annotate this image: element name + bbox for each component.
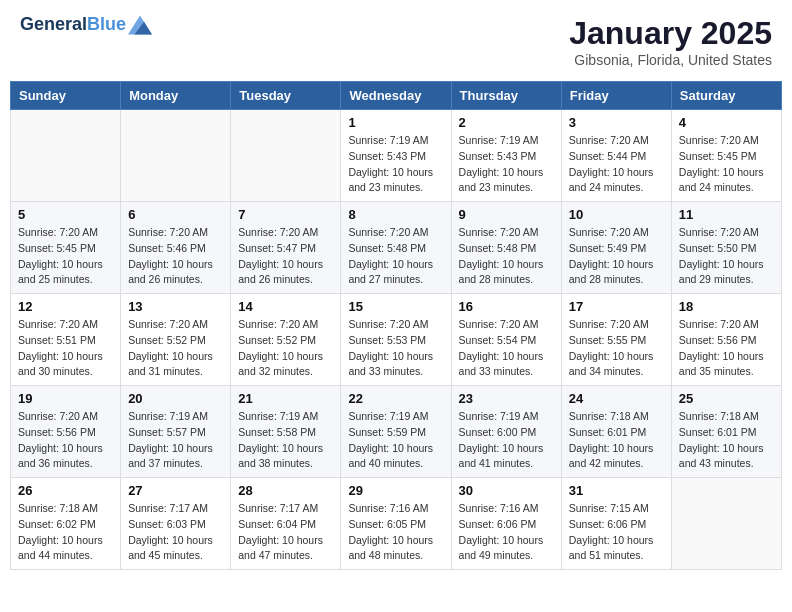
day-number: 29 — [348, 483, 443, 498]
calendar-table: SundayMondayTuesdayWednesdayThursdayFrid… — [10, 81, 782, 570]
day-number: 7 — [238, 207, 333, 222]
calendar-cell-w3-d3: 14Sunrise: 7:20 AMSunset: 5:52 PMDayligh… — [231, 294, 341, 386]
day-number: 20 — [128, 391, 223, 406]
calendar-cell-w5-d2: 27Sunrise: 7:17 AMSunset: 6:03 PMDayligh… — [121, 478, 231, 570]
day-number: 18 — [679, 299, 774, 314]
logo-text: GeneralBlue — [20, 15, 126, 35]
week-row-3: 12Sunrise: 7:20 AMSunset: 5:51 PMDayligh… — [11, 294, 782, 386]
calendar-cell-w1-d5: 2Sunrise: 7:19 AMSunset: 5:43 PMDaylight… — [451, 110, 561, 202]
day-number: 3 — [569, 115, 664, 130]
calendar-cell-w4-d7: 25Sunrise: 7:18 AMSunset: 6:01 PMDayligh… — [671, 386, 781, 478]
day-info: Sunrise: 7:19 AMSunset: 6:00 PMDaylight:… — [459, 409, 554, 472]
calendar-cell-w2-d6: 10Sunrise: 7:20 AMSunset: 5:49 PMDayligh… — [561, 202, 671, 294]
day-number: 5 — [18, 207, 113, 222]
calendar-cell-w1-d7: 4Sunrise: 7:20 AMSunset: 5:45 PMDaylight… — [671, 110, 781, 202]
day-number: 23 — [459, 391, 554, 406]
day-number: 21 — [238, 391, 333, 406]
day-info: Sunrise: 7:18 AMSunset: 6:01 PMDaylight:… — [679, 409, 774, 472]
day-number: 22 — [348, 391, 443, 406]
day-number: 12 — [18, 299, 113, 314]
day-number: 8 — [348, 207, 443, 222]
day-number: 17 — [569, 299, 664, 314]
day-info: Sunrise: 7:15 AMSunset: 6:06 PMDaylight:… — [569, 501, 664, 564]
day-info: Sunrise: 7:20 AMSunset: 5:56 PMDaylight:… — [679, 317, 774, 380]
day-info: Sunrise: 7:20 AMSunset: 5:52 PMDaylight:… — [128, 317, 223, 380]
calendar-cell-w3-d2: 13Sunrise: 7:20 AMSunset: 5:52 PMDayligh… — [121, 294, 231, 386]
day-number: 11 — [679, 207, 774, 222]
day-info: Sunrise: 7:17 AMSunset: 6:03 PMDaylight:… — [128, 501, 223, 564]
calendar-cell-w4-d1: 19Sunrise: 7:20 AMSunset: 5:56 PMDayligh… — [11, 386, 121, 478]
day-info: Sunrise: 7:20 AMSunset: 5:52 PMDaylight:… — [238, 317, 333, 380]
calendar-body: 1Sunrise: 7:19 AMSunset: 5:43 PMDaylight… — [11, 110, 782, 570]
calendar-cell-w3-d6: 17Sunrise: 7:20 AMSunset: 5:55 PMDayligh… — [561, 294, 671, 386]
day-info: Sunrise: 7:17 AMSunset: 6:04 PMDaylight:… — [238, 501, 333, 564]
week-row-2: 5Sunrise: 7:20 AMSunset: 5:45 PMDaylight… — [11, 202, 782, 294]
logo-icon — [128, 15, 152, 35]
calendar-cell-w2-d2: 6Sunrise: 7:20 AMSunset: 5:46 PMDaylight… — [121, 202, 231, 294]
calendar-cell-w2-d1: 5Sunrise: 7:20 AMSunset: 5:45 PMDaylight… — [11, 202, 121, 294]
calendar-cell-w2-d7: 11Sunrise: 7:20 AMSunset: 5:50 PMDayligh… — [671, 202, 781, 294]
calendar-cell-w5-d5: 30Sunrise: 7:16 AMSunset: 6:06 PMDayligh… — [451, 478, 561, 570]
logo: GeneralBlue — [20, 15, 152, 35]
day-number: 13 — [128, 299, 223, 314]
day-info: Sunrise: 7:16 AMSunset: 6:06 PMDaylight:… — [459, 501, 554, 564]
weekday-header-friday: Friday — [561, 82, 671, 110]
weekday-header-monday: Monday — [121, 82, 231, 110]
day-number: 4 — [679, 115, 774, 130]
day-number: 6 — [128, 207, 223, 222]
page-header: GeneralBlue January 2025 Gibsonia, Flori… — [10, 10, 782, 73]
calendar-cell-w1-d6: 3Sunrise: 7:20 AMSunset: 5:44 PMDaylight… — [561, 110, 671, 202]
calendar-cell-w3-d7: 18Sunrise: 7:20 AMSunset: 5:56 PMDayligh… — [671, 294, 781, 386]
day-number: 27 — [128, 483, 223, 498]
day-number: 31 — [569, 483, 664, 498]
day-number: 14 — [238, 299, 333, 314]
calendar-cell-w1-d4: 1Sunrise: 7:19 AMSunset: 5:43 PMDaylight… — [341, 110, 451, 202]
day-info: Sunrise: 7:20 AMSunset: 5:44 PMDaylight:… — [569, 133, 664, 196]
day-number: 26 — [18, 483, 113, 498]
calendar-cell-w3-d1: 12Sunrise: 7:20 AMSunset: 5:51 PMDayligh… — [11, 294, 121, 386]
day-info: Sunrise: 7:20 AMSunset: 5:46 PMDaylight:… — [128, 225, 223, 288]
day-info: Sunrise: 7:20 AMSunset: 5:48 PMDaylight:… — [459, 225, 554, 288]
calendar-cell-w1-d1 — [11, 110, 121, 202]
calendar-cell-w4-d6: 24Sunrise: 7:18 AMSunset: 6:01 PMDayligh… — [561, 386, 671, 478]
weekday-header-tuesday: Tuesday — [231, 82, 341, 110]
location-subtitle: Gibsonia, Florida, United States — [569, 52, 772, 68]
day-info: Sunrise: 7:19 AMSunset: 5:58 PMDaylight:… — [238, 409, 333, 472]
day-info: Sunrise: 7:18 AMSunset: 6:02 PMDaylight:… — [18, 501, 113, 564]
day-number: 2 — [459, 115, 554, 130]
day-info: Sunrise: 7:20 AMSunset: 5:56 PMDaylight:… — [18, 409, 113, 472]
weekday-header-saturday: Saturday — [671, 82, 781, 110]
day-number: 28 — [238, 483, 333, 498]
calendar-cell-w2-d5: 9Sunrise: 7:20 AMSunset: 5:48 PMDaylight… — [451, 202, 561, 294]
day-info: Sunrise: 7:20 AMSunset: 5:45 PMDaylight:… — [679, 133, 774, 196]
day-number: 30 — [459, 483, 554, 498]
day-info: Sunrise: 7:20 AMSunset: 5:51 PMDaylight:… — [18, 317, 113, 380]
day-info: Sunrise: 7:20 AMSunset: 5:47 PMDaylight:… — [238, 225, 333, 288]
weekday-header-row: SundayMondayTuesdayWednesdayThursdayFrid… — [11, 82, 782, 110]
day-number: 1 — [348, 115, 443, 130]
day-info: Sunrise: 7:20 AMSunset: 5:53 PMDaylight:… — [348, 317, 443, 380]
calendar-cell-w5-d4: 29Sunrise: 7:16 AMSunset: 6:05 PMDayligh… — [341, 478, 451, 570]
day-info: Sunrise: 7:19 AMSunset: 5:43 PMDaylight:… — [459, 133, 554, 196]
calendar-cell-w4-d5: 23Sunrise: 7:19 AMSunset: 6:00 PMDayligh… — [451, 386, 561, 478]
day-number: 16 — [459, 299, 554, 314]
day-info: Sunrise: 7:20 AMSunset: 5:54 PMDaylight:… — [459, 317, 554, 380]
day-number: 24 — [569, 391, 664, 406]
day-number: 25 — [679, 391, 774, 406]
day-info: Sunrise: 7:19 AMSunset: 5:43 PMDaylight:… — [348, 133, 443, 196]
calendar-cell-w2-d3: 7Sunrise: 7:20 AMSunset: 5:47 PMDaylight… — [231, 202, 341, 294]
day-info: Sunrise: 7:20 AMSunset: 5:49 PMDaylight:… — [569, 225, 664, 288]
title-section: January 2025 Gibsonia, Florida, United S… — [569, 15, 772, 68]
day-info: Sunrise: 7:20 AMSunset: 5:48 PMDaylight:… — [348, 225, 443, 288]
week-row-1: 1Sunrise: 7:19 AMSunset: 5:43 PMDaylight… — [11, 110, 782, 202]
calendar-header: SundayMondayTuesdayWednesdayThursdayFrid… — [11, 82, 782, 110]
day-info: Sunrise: 7:20 AMSunset: 5:45 PMDaylight:… — [18, 225, 113, 288]
calendar-cell-w1-d2 — [121, 110, 231, 202]
day-info: Sunrise: 7:16 AMSunset: 6:05 PMDaylight:… — [348, 501, 443, 564]
day-number: 10 — [569, 207, 664, 222]
day-number: 15 — [348, 299, 443, 314]
calendar-cell-w4-d2: 20Sunrise: 7:19 AMSunset: 5:57 PMDayligh… — [121, 386, 231, 478]
calendar-cell-w3-d5: 16Sunrise: 7:20 AMSunset: 5:54 PMDayligh… — [451, 294, 561, 386]
day-number: 19 — [18, 391, 113, 406]
calendar-cell-w5-d7 — [671, 478, 781, 570]
